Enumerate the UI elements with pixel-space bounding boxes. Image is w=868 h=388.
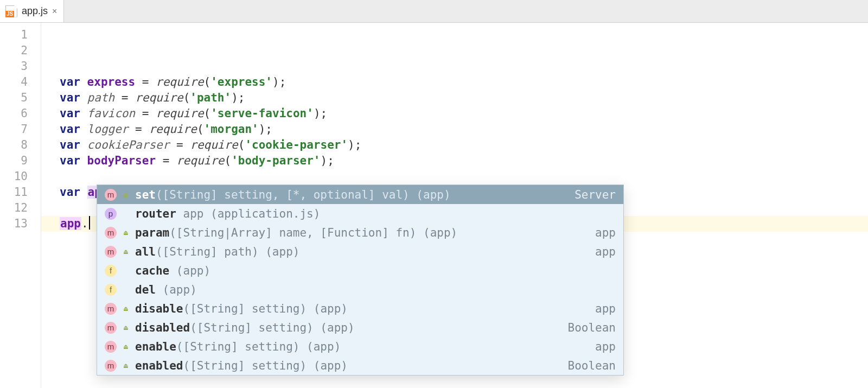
autocomplete-return-type: Boolean	[562, 357, 616, 375]
close-icon[interactable]: ×	[52, 7, 57, 16]
line-number: 5	[0, 90, 41, 106]
line-number: 7	[0, 122, 41, 137]
autocomplete-label: enabled([String] setting) (app)	[135, 357, 557, 375]
autocomplete-popup[interactable]: m⏏set([String] setting, [*, optional] va…	[97, 185, 624, 376]
tab-filename: app.js	[22, 5, 48, 17]
line-number: 4	[0, 74, 41, 90]
line-number: 10	[0, 169, 41, 185]
autocomplete-return-type: app	[590, 224, 616, 242]
js-file-icon: JS	[5, 5, 17, 17]
method-icon: m	[105, 303, 117, 315]
autocomplete-item[interactable]: m⏏disable([String] setting) (app)app	[97, 299, 623, 318]
autocomplete-return-type: app	[590, 338, 616, 356]
autocomplete-label: set([String] setting, [*, optional] val)…	[135, 186, 564, 204]
autocomplete-label: disabled([String] setting) (app)	[135, 319, 557, 337]
autocomplete-return-type: Boolean	[562, 319, 616, 337]
line-number: 13	[0, 216, 41, 232]
line-number: 11	[0, 185, 41, 200]
autocomplete-item[interactable]: m⏏enabled([String] setting) (app)Boolean	[97, 356, 623, 375]
code-area[interactable]: var express = require('express');var pat…	[41, 23, 868, 388]
lock-icon: ⏏	[122, 305, 130, 313]
method-icon: m	[105, 360, 117, 372]
autocomplete-return-type: Server	[569, 186, 616, 204]
autocomplete-item[interactable]: m⏏param([String|Array] name, [Function] …	[97, 223, 623, 242]
line-number: 2	[0, 43, 41, 59]
code-line[interactable]: var express = require('express');	[60, 74, 868, 90]
line-number: 3	[0, 59, 41, 74]
line-number: 6	[0, 106, 41, 122]
autocomplete-item[interactable]: f⏏cache (app)	[97, 261, 623, 280]
method-icon: m	[105, 246, 117, 258]
code-line[interactable]: var cookieParser = require('cookie-parse…	[60, 137, 868, 153]
line-number: 9	[0, 153, 41, 169]
method-icon: m	[105, 227, 117, 239]
editor-tab-appjs[interactable]: JS app.js ×	[0, 0, 64, 22]
autocomplete-return-type: app	[590, 243, 616, 261]
autocomplete-label: enable([String] setting) (app)	[135, 338, 584, 356]
autocomplete-label: cache (app)	[135, 262, 605, 280]
line-number: 12	[0, 200, 41, 216]
autocomplete-return-type: app	[590, 300, 616, 318]
lock-icon: ⏏	[122, 362, 130, 370]
lock-icon: ⏏	[122, 229, 130, 237]
lock-icon: ⏏	[122, 324, 130, 332]
autocomplete-item[interactable]: f⏏del (app)	[97, 280, 623, 299]
field-icon: f	[105, 284, 117, 296]
autocomplete-label: router app (application.js)	[135, 205, 605, 223]
code-line[interactable]: var bodyParser = require('body-parser');	[60, 153, 868, 169]
autocomplete-label: disable([String] setting) (app)	[135, 300, 584, 318]
autocomplete-item[interactable]: p⏏router app (application.js)	[97, 204, 623, 223]
line-number-gutter: 12345678910111213	[0, 23, 41, 388]
autocomplete-item[interactable]: m⏏all([String] path) (app)app	[97, 242, 623, 261]
code-line[interactable]	[60, 169, 868, 185]
autocomplete-item[interactable]: m⏏set([String] setting, [*, optional] va…	[97, 185, 623, 204]
code-line[interactable]: var favicon = require('serve-favicon');	[60, 106, 868, 122]
code-line[interactable]: var logger = require('morgan');	[60, 122, 868, 137]
lock-icon: ⏏	[122, 191, 130, 199]
method-icon: m	[105, 189, 117, 201]
line-number: 1	[0, 27, 41, 43]
line-number: 8	[0, 137, 41, 153]
code-line[interactable]: var path = require('path');	[60, 90, 868, 106]
autocomplete-label: param([String|Array] name, [Function] fn…	[135, 224, 584, 242]
autocomplete-item[interactable]: m⏏enable([String] setting) (app)app	[97, 337, 623, 356]
autocomplete-label: del (app)	[135, 281, 605, 299]
lock-icon: ⏏	[122, 248, 130, 256]
method-icon: m	[105, 322, 117, 334]
autocomplete-item[interactable]: m⏏disabled([String] setting) (app)Boolea…	[97, 318, 623, 337]
method-icon: m	[105, 341, 117, 353]
editor-tabbar: JS app.js ×	[0, 0, 868, 23]
code-editor[interactable]: 12345678910111213 var express = require(…	[0, 23, 868, 388]
field-icon: f	[105, 265, 117, 277]
property-icon: p	[105, 208, 117, 220]
autocomplete-label: all([String] path) (app)	[135, 243, 584, 261]
lock-icon: ⏏	[122, 343, 130, 351]
